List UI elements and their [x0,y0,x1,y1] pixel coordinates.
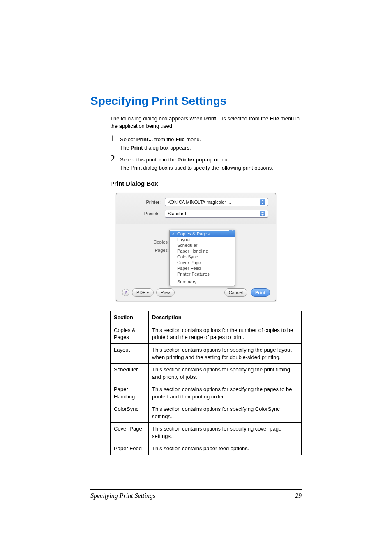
step1-b: Print... [136,136,153,143]
intro-bold-1: Print... [204,115,220,122]
presets-select[interactable]: Standard [165,210,268,218]
description-table: Section Description Copies & Pages This … [110,311,302,455]
step1-e: menu. [185,136,201,143]
section-dropdown[interactable]: Copies & Pages Layout Scheduler Paper Ha… [169,230,235,286]
printer-value: KONICA MINOLTA magicolor ... [168,200,231,205]
step2-c: pop-up menu. [194,157,229,163]
table-row: Paper Feed This section contains paper f… [111,442,302,455]
table-row: Scheduler This section contains options … [111,364,302,383]
step2-b: Printer [177,157,194,163]
step1-a: Select [120,136,136,143]
intro-pre: The following dialog box appears when [110,115,204,122]
print-button[interactable]: Print [251,288,270,297]
footer-title: Specifying Print Settings [90,492,155,500]
step-2-text: Select this printer in the Printer pop-u… [120,153,273,172]
cell-description: This section contains options for the nu… [149,324,302,343]
step-1: 1 Select Print... from the File menu. Th… [110,133,302,152]
help-button[interactable]: ? [122,289,129,296]
cell-section: Copies & Pages [111,324,149,343]
menu-cover-page[interactable]: Cover Page [170,260,235,265]
menu-separator [171,278,233,278]
table-row: Paper Handling This section contains opt… [111,383,302,403]
step-2: 2 Select this printer in the Printer pop… [110,153,302,172]
menu-paper-feed[interactable]: Paper Feed [170,265,235,271]
cell-description: This section contains options for specif… [149,403,302,423]
cell-description: This section contains paper feed options… [149,442,302,455]
menu-paper-handling[interactable]: Paper Handling [170,248,235,254]
print-dialog-subheading: Print Dialog Box [110,180,302,187]
step-2-number: 2 [110,153,120,163]
cell-description: This section contains options for specif… [149,423,302,442]
intro-text: The following dialog box appears when Pr… [110,115,302,130]
printer-label: Printer: [124,200,165,205]
page-heading: Specifying Print Settings [90,94,302,108]
divider [116,226,276,226]
step1-c: from the [153,136,175,143]
chevron-updown-icon [260,211,265,216]
cell-section: ColorSync [111,403,149,423]
pages-label: Pages: [124,248,169,253]
chevron-updown-icon [260,199,265,205]
cell-section: Paper Feed [111,442,149,455]
preview-button[interactable]: Prev [156,288,175,297]
copies-label: Copies: [124,240,169,244]
page-number: 29 [295,492,302,500]
pdf-button[interactable]: PDF ▾ [132,288,154,297]
print-dialog: Printer: KONICA MINOLTA magicolor ... Pr… [116,193,276,301]
menu-printer-features[interactable]: Printer Features [170,271,235,277]
cell-section: Cover Page [111,423,149,442]
cell-section: Paper Handling [111,383,149,403]
cell-description: This section contains options for specif… [149,364,302,383]
cell-description: This section contains options for specif… [149,383,302,403]
menu-colorsync[interactable]: ColorSync [170,254,235,260]
intro-mid: is selected from the [221,115,270,122]
step1-sub-c: dialog box appears. [143,145,191,151]
intro-bold-2: File [270,115,279,122]
step1-sub-a: The [120,145,131,151]
table-row: ColorSync This section contains options … [111,403,302,423]
menu-copies-pages[interactable]: Copies & Pages [170,231,235,237]
presets-value: Standard [168,211,186,216]
step-1-number: 1 [110,133,120,143]
table-row: Cover Page This section contains options… [111,423,302,442]
step-1-text: Select Print... from the File menu. The … [120,133,201,152]
table-row: Copies & Pages This section contains opt… [111,324,302,343]
cancel-button[interactable]: Cancel [224,288,247,297]
th-description: Description [149,311,302,324]
menu-summary[interactable]: Summary [170,279,235,285]
step2-sub: The Print dialog box is used to specify … [120,165,273,171]
table-row: Layout This section contains options for… [111,344,302,364]
step2-a: Select this printer in the [120,157,177,163]
step1-d: File [175,136,184,143]
menu-layout[interactable]: Layout [170,237,235,242]
page-footer: Specifying Print Settings 29 [90,489,302,500]
cell-section: Scheduler [111,364,149,383]
step1-sub-b: Print [131,145,143,151]
cell-description: This section contains options for specif… [149,344,302,364]
th-section: Section [111,311,149,324]
cell-section: Layout [111,344,149,364]
presets-label: Presets: [124,211,165,216]
printer-select[interactable]: KONICA MINOLTA magicolor ... [165,198,268,206]
menu-scheduler[interactable]: Scheduler [170,242,235,248]
